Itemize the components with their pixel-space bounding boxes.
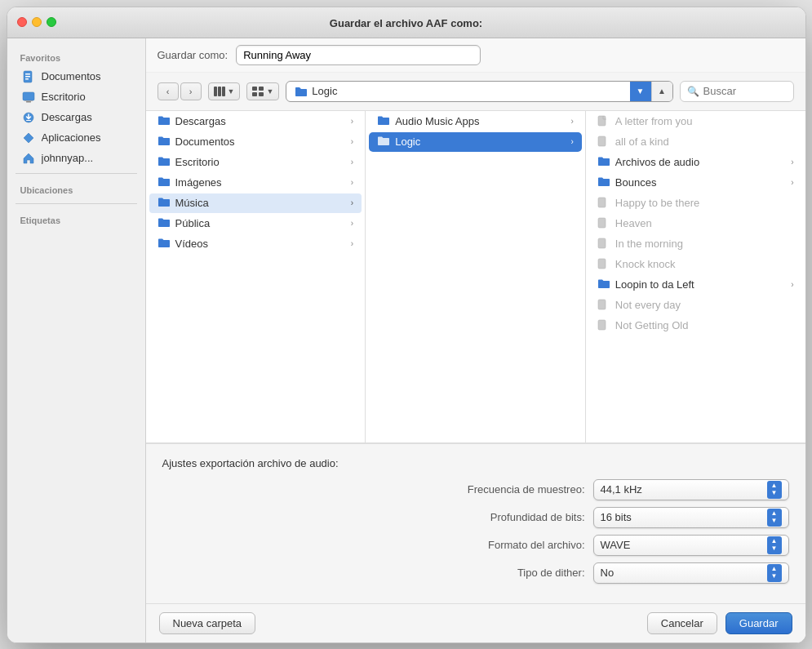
maximize-button[interactable] xyxy=(47,17,56,27)
grid-view-button[interactable]: ▼ xyxy=(246,82,279,100)
doc-icon xyxy=(22,70,35,83)
chevron-right-icon: › xyxy=(351,158,353,167)
dither-row: Tipo de dither: No ▲ ▼ xyxy=(162,562,789,584)
sidebar-item-documentos-label: Documentos xyxy=(42,70,101,82)
list-item[interactable]: Pública › xyxy=(149,214,362,233)
main-content: Favoritos Documentos xyxy=(7,38,805,642)
svg-rect-1 xyxy=(25,73,30,75)
back-button[interactable]: ‹ xyxy=(158,82,179,100)
list-item[interactable]: Archivos de audio › xyxy=(589,153,802,172)
list-item[interactable]: Descargas › xyxy=(149,112,362,131)
columns-view-button[interactable]: ▼ xyxy=(208,82,241,100)
bit-depth-arrows-icon: ▲ ▼ xyxy=(767,509,782,527)
item-label: Heaven xyxy=(615,217,794,229)
folder-icon xyxy=(597,156,610,169)
chevron-right-icon: › xyxy=(791,178,793,187)
item-label: Descargas xyxy=(175,115,346,127)
sidebar-item-aplicaciones[interactable]: Aplicaciones xyxy=(12,128,140,148)
item-label: Audio Music Apps xyxy=(395,115,566,127)
item-label: Logic xyxy=(395,136,566,148)
column-3: A letter from you all of a kind Archivos… xyxy=(586,111,805,442)
svg-rect-10 xyxy=(218,87,221,96)
list-item[interactable]: Bounces › xyxy=(589,173,802,193)
list-item[interactable]: Escritorio › xyxy=(149,153,362,172)
minimize-button[interactable] xyxy=(32,17,42,27)
location-expand-button[interactable]: ▲ xyxy=(651,81,672,102)
sidebar-item-aplicaciones-label: Aplicaciones xyxy=(42,131,101,144)
footer-actions: Cancelar Guardar xyxy=(647,612,792,634)
list-item[interactable]: Logic › xyxy=(369,132,582,152)
svg-rect-6 xyxy=(24,100,33,101)
svg-rect-8 xyxy=(26,120,31,121)
list-item[interactable]: Documentos › xyxy=(149,132,362,152)
item-label: Knock knock xyxy=(615,258,794,270)
file-icon xyxy=(597,238,610,251)
list-item[interactable]: Audio Music Apps › xyxy=(369,112,582,131)
titlebar: Guardar el archivo AAF como: xyxy=(7,7,805,38)
location-bar[interactable]: Logic ▼ ▲ xyxy=(286,81,672,102)
folder-icon xyxy=(377,115,390,128)
download-icon xyxy=(22,111,35,124)
bit-depth-label: Profundidad de bits: xyxy=(490,511,585,523)
cancel-button[interactable]: Cancelar xyxy=(647,612,717,634)
folder-icon xyxy=(158,136,171,149)
search-input[interactable] xyxy=(703,85,785,97)
svg-rect-11 xyxy=(222,87,225,96)
search-icon: 🔍 xyxy=(687,86,699,97)
list-item: all of a kind xyxy=(589,132,802,152)
chevron-right-icon: › xyxy=(351,239,353,248)
list-item[interactable]: Imágenes › xyxy=(149,173,362,193)
svg-rect-18 xyxy=(598,198,606,207)
file-browser: Guardar como: ‹ › ▼ xyxy=(146,38,805,642)
list-item: In the morning xyxy=(589,234,802,254)
list-item: Not every day xyxy=(589,296,802,315)
file-icon xyxy=(597,299,610,312)
svg-rect-22 xyxy=(598,300,606,309)
sidebar-item-descargas[interactable]: Descargas xyxy=(12,108,140,127)
item-label: Archivos de audio xyxy=(615,156,786,168)
chevron-right-icon: › xyxy=(351,137,353,146)
chevron-right-icon: › xyxy=(791,280,793,289)
file-icon xyxy=(597,115,610,128)
item-label: Pública xyxy=(175,217,346,229)
file-icon xyxy=(597,197,610,210)
sidebar-item-home[interactable]: johnnyap... xyxy=(12,149,140,168)
file-format-select[interactable]: WAVE ▲ ▼ xyxy=(593,535,789,556)
sidebar-item-escritorio[interactable]: Escritorio xyxy=(12,87,140,107)
dither-select[interactable]: No ▲ ▼ xyxy=(593,562,789,584)
bit-depth-row: Profundidad de bits: 16 bits ▲ ▼ xyxy=(162,507,789,528)
save-button[interactable]: Guardar xyxy=(725,612,792,634)
svg-rect-13 xyxy=(259,87,264,91)
list-item[interactable]: Loopin to da Left › xyxy=(589,275,802,295)
list-item[interactable]: Música › xyxy=(149,193,362,213)
item-label: Documentos xyxy=(175,136,346,148)
chevron-right-icon: › xyxy=(351,117,353,126)
bit-depth-value: 16 bits xyxy=(601,511,632,523)
folder-icon xyxy=(597,176,610,189)
filename-input[interactable] xyxy=(236,45,481,65)
new-folder-button[interactable]: Nueva carpeta xyxy=(159,612,256,634)
nav-group: ‹ › xyxy=(158,82,202,100)
desktop-icon xyxy=(22,91,35,104)
toolbar: ‹ › ▼ xyxy=(146,73,805,111)
svg-rect-23 xyxy=(598,320,606,330)
forward-button[interactable]: › xyxy=(180,82,202,100)
chevron-right-icon: › xyxy=(571,117,574,126)
columns-container: Descargas › Documentos › E xyxy=(146,111,805,443)
window-title: Guardar el archivo AAF como: xyxy=(330,17,482,29)
bit-depth-select[interactable]: 16 bits ▲ ▼ xyxy=(593,507,789,528)
list-item[interactable]: Vídeos › xyxy=(149,234,362,254)
location-dropdown-button[interactable]: ▼ xyxy=(630,81,651,102)
sidebar: Favoritos Documentos xyxy=(7,38,146,642)
location-text: Logic xyxy=(312,85,337,97)
sidebar-item-documentos[interactable]: Documentos xyxy=(12,67,140,87)
column-2: Audio Music Apps › Logic › xyxy=(366,111,586,442)
sidebar-item-home-label: johnnyap... xyxy=(42,152,94,164)
sample-rate-select[interactable]: 44,1 kHz ▲ ▼ xyxy=(593,479,789,500)
close-button[interactable] xyxy=(17,17,27,27)
folder-icon xyxy=(377,136,390,149)
dither-value: No xyxy=(601,567,615,579)
sidebar-section-tags: Etiquetas xyxy=(7,209,145,229)
item-label: Loopin to da Left xyxy=(615,278,786,291)
list-item: Not Getting Old xyxy=(589,316,802,336)
